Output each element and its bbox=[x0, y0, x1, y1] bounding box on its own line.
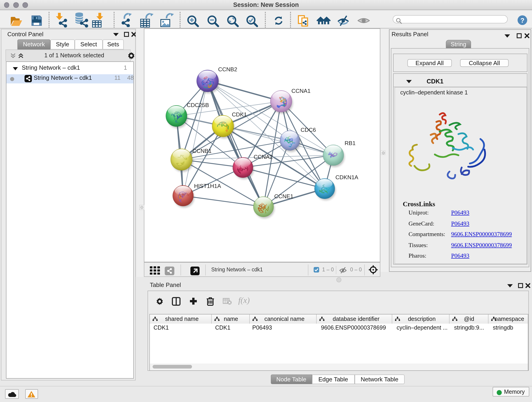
svg-text:CDKN1A: CDKN1A bbox=[336, 174, 358, 180]
svg-text:CCNE1: CCNE1 bbox=[274, 193, 293, 199]
svg-text:RB1: RB1 bbox=[345, 140, 355, 146]
svg-text:CCNB2: CCNB2 bbox=[218, 66, 237, 72]
svg-text:CDK1: CDK1 bbox=[232, 111, 247, 118]
svg-text:CDC25B: CDC25B bbox=[187, 102, 209, 108]
svg-text:HIST1H1A: HIST1H1A bbox=[194, 183, 221, 189]
svg-text:CCNB1: CCNB1 bbox=[192, 148, 211, 154]
svg-text:CCNA1: CCNA1 bbox=[291, 88, 310, 94]
svg-text:?: ? bbox=[520, 17, 524, 24]
svg-text:CDC6: CDC6 bbox=[301, 127, 316, 133]
svg-text:CCNA2: CCNA2 bbox=[254, 154, 273, 160]
